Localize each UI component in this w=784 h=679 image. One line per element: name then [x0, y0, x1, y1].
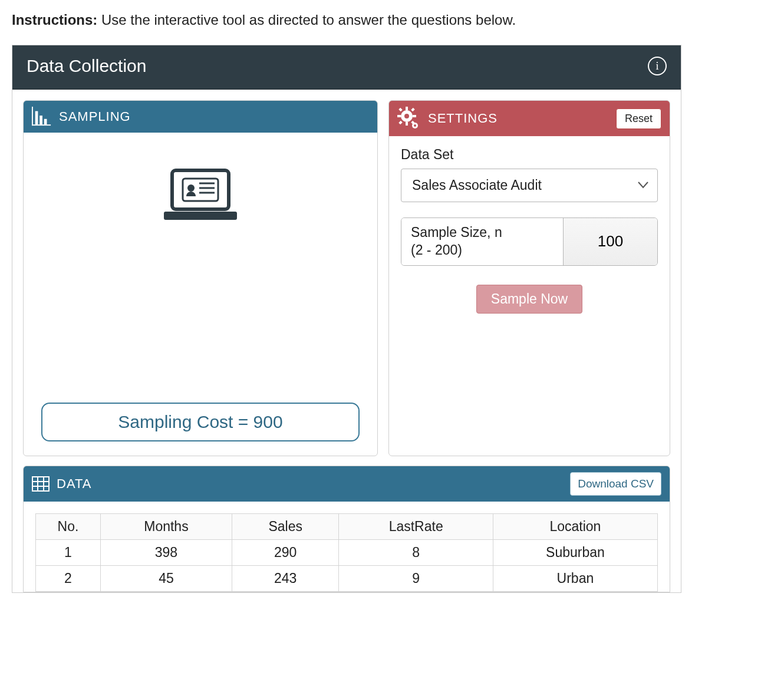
- app-title: Data Collection: [27, 56, 146, 76]
- sample-size-label-line1: Sample Size, n: [411, 225, 502, 240]
- laptop-graphic: [162, 168, 239, 227]
- svg-rect-6: [164, 212, 237, 220]
- download-csv-button[interactable]: Download CSV: [570, 472, 661, 496]
- sampling-header-label: SAMPLING: [59, 109, 131, 124]
- data-header: DATA Download CSV: [24, 466, 670, 502]
- svg-rect-2: [35, 111, 38, 125]
- cell: 2: [36, 566, 101, 592]
- title-bar: Data Collection i: [12, 45, 681, 90]
- svg-point-13: [404, 114, 409, 118]
- table-row: 1 398 290 8 Suburban: [36, 540, 658, 566]
- table-row: 2 45 243 9 Urban: [36, 566, 658, 592]
- panels-row: SAMPLING S: [12, 90, 681, 462]
- data-panel: DATA Download CSV No. Months Sales LastR…: [23, 466, 670, 592]
- sampling-header: SAMPLING: [24, 101, 377, 133]
- dataset-select[interactable]: Sales Associate Audit: [401, 169, 658, 202]
- svg-rect-0: [32, 107, 33, 126]
- sample-size-label: Sample Size, n (2 - 200): [401, 218, 563, 265]
- sampling-body: Sampling Cost = 900: [24, 133, 377, 456]
- table-icon: [32, 476, 50, 492]
- cell: 398: [101, 540, 232, 566]
- sample-size-field: Sample Size, n (2 - 200): [401, 217, 658, 266]
- svg-rect-3: [39, 116, 42, 124]
- cell: 9: [339, 566, 493, 592]
- cell: Urban: [493, 566, 657, 592]
- bar-chart-icon: [32, 107, 52, 127]
- svg-rect-4: [44, 119, 47, 124]
- col-location: Location: [493, 514, 657, 540]
- cell: 45: [101, 566, 232, 592]
- svg-rect-1: [32, 124, 51, 126]
- col-no: No.: [36, 514, 101, 540]
- cell: 1: [36, 540, 101, 566]
- svg-rect-16: [397, 115, 401, 117]
- data-header-label: DATA: [57, 476, 91, 492]
- settings-header-label: SETTINGS: [428, 111, 498, 126]
- svg-point-23: [414, 124, 416, 127]
- sample-now-button[interactable]: Sample Now: [476, 285, 582, 314]
- svg-rect-18: [398, 108, 402, 111]
- settings-header: SETTINGS Reset: [389, 101, 670, 136]
- sampling-cost-label: Sampling Cost =: [118, 412, 253, 431]
- info-icon[interactable]: i: [648, 57, 667, 75]
- sampling-panel: SAMPLING S: [23, 100, 378, 456]
- instructions-label: Instructions:: [12, 12, 97, 28]
- col-months: Months: [101, 514, 232, 540]
- svg-rect-19: [411, 108, 414, 111]
- app-frame: Data Collection i SAMPLING: [12, 45, 681, 593]
- svg-rect-20: [398, 121, 402, 124]
- data-table: No. Months Sales LastRate Location 1 398…: [35, 513, 658, 592]
- svg-rect-14: [406, 107, 408, 110]
- dataset-field: Data Set Sales Associate Audit: [401, 147, 658, 202]
- svg-point-8: [187, 184, 195, 192]
- table-header-row: No. Months Sales LastRate Location: [36, 514, 658, 540]
- cell: 290: [232, 540, 339, 566]
- instructions-line: Instructions: Use the interactive tool a…: [12, 12, 772, 28]
- svg-rect-24: [32, 477, 49, 491]
- svg-rect-17: [413, 115, 416, 117]
- sampling-cost-box: Sampling Cost = 900: [41, 403, 360, 441]
- col-sales: Sales: [232, 514, 339, 540]
- cell: 243: [232, 566, 339, 592]
- reset-button[interactable]: Reset: [616, 108, 661, 129]
- svg-rect-15: [406, 122, 408, 126]
- instructions-text: Use the interactive tool as directed to …: [101, 12, 516, 28]
- settings-panel: SETTINGS Reset Data Set Sales Associate …: [388, 100, 670, 456]
- data-body: No. Months Sales LastRate Location 1 398…: [24, 502, 670, 592]
- settings-body: Data Set Sales Associate Audit Sample Si…: [389, 136, 670, 324]
- dataset-label: Data Set: [401, 147, 658, 163]
- cell: 8: [339, 540, 493, 566]
- cell: Suburban: [493, 540, 657, 566]
- sampling-cost-value: 900: [253, 412, 283, 431]
- gear-icon: [397, 107, 421, 130]
- sample-size-label-line2: (2 - 200): [411, 242, 462, 258]
- col-lastrate: LastRate: [339, 514, 493, 540]
- sample-size-input[interactable]: [563, 218, 657, 265]
